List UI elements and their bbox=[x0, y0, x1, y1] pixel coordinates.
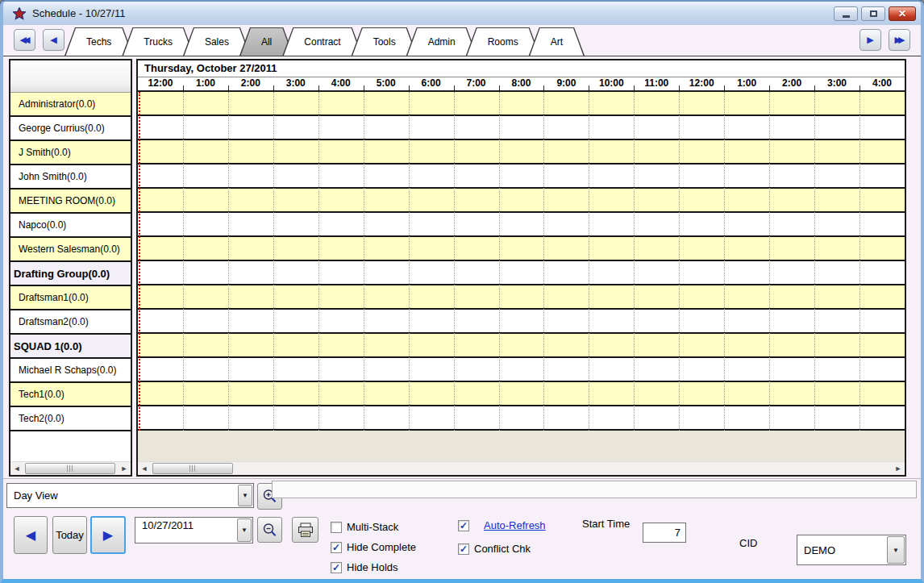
chevron-down-icon[interactable]: ▼ bbox=[237, 518, 252, 542]
resource-row[interactable]: Administrator(0.0) bbox=[10, 93, 131, 117]
resource-horizontal-scrollbar[interactable]: ◄ ► bbox=[10, 461, 131, 475]
resource-row[interactable]: Tech1(0.0) bbox=[10, 383, 131, 407]
tabs-scroll-first-button[interactable]: ◀◀ bbox=[14, 29, 35, 51]
auto-refresh-link[interactable]: Auto-Refresh bbox=[484, 519, 546, 531]
conflict-chk-checkbox[interactable]: ✓ Conflict Chk bbox=[458, 543, 531, 555]
resource-row[interactable]: J Smith(0.0) bbox=[10, 141, 131, 165]
time-labels: 12:001:002:003:004:005:006:007:008:009:0… bbox=[138, 77, 905, 90]
zoom-out-button[interactable] bbox=[257, 517, 282, 543]
date-picker[interactable]: 10/27/2011 ▼ bbox=[135, 517, 253, 543]
checkbox-icon[interactable]: ✓ bbox=[331, 542, 342, 553]
tabs-scroll-left-button[interactable]: ◀ bbox=[43, 29, 65, 51]
checkbox-icon[interactable]: ✓ bbox=[458, 543, 469, 555]
start-time-input[interactable] bbox=[643, 523, 686, 543]
tab-label: Rooms bbox=[488, 36, 518, 48]
schedule-row[interactable] bbox=[138, 164, 905, 189]
resource-row[interactable]: John Smith(0.0) bbox=[10, 165, 131, 189]
scroll-left-icon[interactable]: ◄ bbox=[138, 462, 151, 475]
resource-label: MEETING ROOM(0.0) bbox=[19, 195, 115, 206]
checkbox-icon[interactable]: ✓ bbox=[458, 520, 469, 531]
resource-group-row[interactable]: Drafting Group(0.0) bbox=[10, 262, 131, 286]
resource-row[interactable]: Michael R Schaps(0.0) bbox=[10, 359, 131, 383]
double-right-arrow-icon: ▶▶ bbox=[895, 35, 902, 45]
schedule-row[interactable] bbox=[138, 334, 905, 358]
schedule-row[interactable] bbox=[138, 140, 905, 164]
tabs-scroll-last-button[interactable]: ▶▶ bbox=[889, 29, 910, 51]
conflict-chk-label: Conflict Chk bbox=[474, 543, 531, 555]
tabs-scroll-right-button[interactable]: ▶ bbox=[859, 29, 881, 51]
resource-row[interactable]: George Currius(0.0) bbox=[10, 117, 131, 141]
tab-label: Techs bbox=[86, 36, 111, 48]
view-mode-select[interactable]: Day View ▼ bbox=[6, 483, 254, 508]
schedule-row[interactable] bbox=[138, 237, 905, 261]
right-arrow-icon: ▶ bbox=[867, 35, 873, 45]
tab-art[interactable]: Art bbox=[529, 27, 585, 56]
scrollbar-track[interactable] bbox=[151, 462, 892, 475]
resource-row[interactable]: Draftsman1(0.0) bbox=[10, 286, 131, 310]
resource-row[interactable]: MEETING ROOM(0.0) bbox=[10, 189, 131, 214]
time-label: 7:00 bbox=[454, 77, 499, 90]
schedule-grid-panel: Thursday, October 27/2011 12:001:002:003… bbox=[136, 59, 906, 477]
hour-gridline bbox=[769, 92, 770, 431]
resource-label: George Currius(0.0) bbox=[19, 123, 105, 134]
cid-value: DEMO bbox=[797, 544, 886, 556]
auto-refresh-checkbox[interactable]: ✓ Auto-Refresh bbox=[458, 519, 546, 531]
scrollbar-thumb[interactable] bbox=[152, 463, 233, 474]
schedule-row[interactable] bbox=[138, 382, 905, 406]
resource-group-row[interactable]: SQUAD 1(0.0) bbox=[10, 335, 131, 359]
hour-gridline bbox=[183, 92, 184, 431]
close-button[interactable]: ✕ bbox=[889, 6, 916, 21]
next-day-button[interactable]: ▶ bbox=[90, 516, 126, 554]
schedule-row[interactable] bbox=[138, 261, 905, 285]
hide-holds-checkbox[interactable]: ✓ Hide Holds bbox=[331, 561, 398, 573]
print-button[interactable] bbox=[292, 517, 318, 543]
zoom-out-icon bbox=[262, 523, 277, 538]
cid-select[interactable]: DEMO ▼ bbox=[797, 535, 906, 565]
app-star-icon bbox=[13, 7, 26, 20]
hide-complete-checkbox[interactable]: ✓ Hide Complete bbox=[331, 541, 416, 553]
resource-row[interactable]: Tech2(0.0) bbox=[10, 407, 131, 431]
schedule-row[interactable] bbox=[138, 116, 905, 140]
scrollbar-thumb[interactable] bbox=[25, 463, 115, 474]
grid-horizontal-scrollbar[interactable]: ◄ ► bbox=[138, 461, 905, 475]
scrollbar-track[interactable] bbox=[23, 462, 118, 475]
scroll-right-icon[interactable]: ► bbox=[118, 462, 131, 475]
resource-label: Tech1(0.0) bbox=[19, 389, 65, 400]
resource-label: John Smith(0.0) bbox=[19, 171, 87, 182]
schedule-row[interactable] bbox=[138, 213, 905, 237]
schedule-row[interactable] bbox=[138, 92, 905, 116]
time-header: 12:001:002:003:004:005:006:007:008:009:0… bbox=[138, 77, 905, 92]
schedule-row[interactable] bbox=[138, 189, 905, 213]
scroll-right-icon[interactable]: ► bbox=[892, 462, 905, 475]
chevron-down-icon[interactable]: ▼ bbox=[887, 536, 905, 564]
bottom-controls: Day View ▼ ◀ Today ▶ 10/27/2011 ▼ bbox=[3, 478, 921, 578]
schedule-row[interactable] bbox=[138, 358, 905, 382]
tab-label: Admin bbox=[428, 36, 456, 48]
today-button[interactable]: Today bbox=[52, 516, 87, 554]
tab-label: Sales bbox=[205, 36, 229, 48]
hour-gridline bbox=[364, 92, 364, 431]
schedule-row[interactable] bbox=[138, 406, 905, 431]
scroll-left-icon[interactable]: ◄ bbox=[10, 462, 23, 475]
resource-row[interactable]: Draftsman2(0.0) bbox=[10, 310, 131, 335]
current-time-line bbox=[139, 92, 140, 431]
schedule-row[interactable] bbox=[138, 310, 905, 334]
resource-list: Administrator(0.0)George Currius(0.0)J S… bbox=[10, 93, 131, 431]
checkbox-icon[interactable]: ✓ bbox=[331, 522, 342, 533]
tab-label: Contract bbox=[304, 36, 340, 48]
close-icon: ✕ bbox=[898, 8, 906, 19]
time-label: 12:00 bbox=[138, 77, 183, 90]
minimize-button[interactable] bbox=[834, 6, 858, 21]
time-label: 8:00 bbox=[499, 77, 544, 90]
previous-day-button[interactable]: ◀ bbox=[14, 516, 48, 554]
time-label: 4:00 bbox=[859, 77, 905, 90]
maximize-button[interactable] bbox=[861, 6, 885, 21]
hour-gridline bbox=[273, 92, 274, 431]
resource-row[interactable]: Western Salesman(0.0) bbox=[10, 238, 131, 262]
chevron-down-icon[interactable]: ▼ bbox=[238, 485, 252, 506]
checkbox-icon[interactable]: ✓ bbox=[331, 562, 342, 573]
resource-row[interactable]: Napco(0.0) bbox=[10, 214, 131, 238]
schedule-row[interactable] bbox=[138, 285, 905, 310]
tab-label: Trucks bbox=[144, 36, 173, 48]
multi-stack-checkbox[interactable]: ✓ Multi-Stack bbox=[331, 521, 398, 533]
